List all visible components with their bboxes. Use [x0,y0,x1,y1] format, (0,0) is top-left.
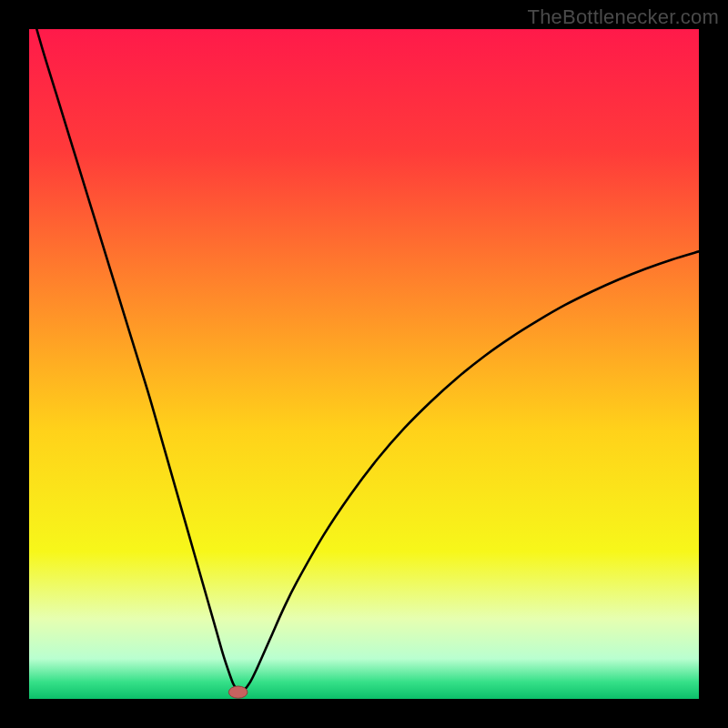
gradient-background [29,29,699,699]
plot-area [29,29,699,699]
chart-frame: TheBottlenecker.com [0,0,728,728]
watermark-text: TheBottlenecker.com [528,5,719,29]
chart-canvas [29,29,699,699]
optimal-point-marker [228,686,248,698]
